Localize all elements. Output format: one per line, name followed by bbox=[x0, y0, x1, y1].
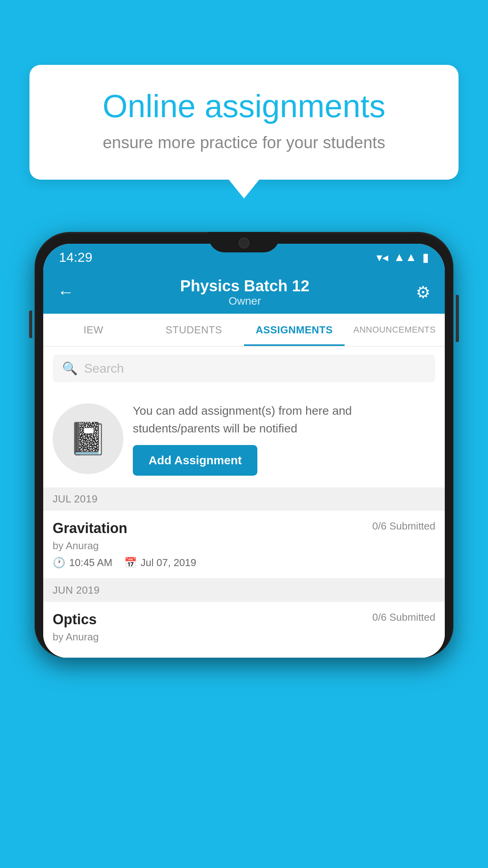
assignment-item-gravitation[interactable]: Gravitation 0/6 Submitted by Anurag 🕐 10… bbox=[43, 511, 445, 579]
search-icon: 🔍 bbox=[62, 361, 78, 376]
bubble-title: Online assignments bbox=[57, 88, 431, 124]
app-bar: ← Physics Batch 12 Owner ⚙ bbox=[43, 270, 445, 314]
assignment-time-value: 10:45 AM bbox=[69, 557, 112, 569]
info-section: 📓 You can add assignment(s) from here an… bbox=[43, 390, 445, 487]
month-separator-jul: JUL 2019 bbox=[43, 487, 445, 511]
search-bar[interactable]: 🔍 Search bbox=[53, 355, 435, 382]
assignment-by-optics: by Anurag bbox=[53, 631, 435, 643]
side-button-left bbox=[29, 311, 32, 338]
calendar-icon: 📅 bbox=[124, 557, 137, 569]
app-bar-title: Physics Batch 12 bbox=[180, 277, 309, 295]
speech-bubble-card: Online assignments ensure more practice … bbox=[29, 65, 459, 180]
tab-iew[interactable]: IEW bbox=[43, 314, 144, 346]
app-bar-subtitle: Owner bbox=[180, 295, 309, 307]
phone-camera bbox=[238, 237, 250, 248]
wifi-icon: ▾◂ bbox=[376, 250, 388, 264]
assignment-by: by Anurag bbox=[53, 540, 435, 552]
info-description: You can add assignment(s) from here and … bbox=[133, 402, 435, 437]
assignment-header-optics: Optics 0/6 Submitted bbox=[53, 611, 435, 628]
assignment-icon-circle: 📓 bbox=[53, 403, 123, 474]
phone-screen: 14:29 ▾◂ ▲▲ ▮ ← Physics Batch 12 Owner ⚙… bbox=[43, 244, 445, 658]
status-icons: ▾◂ ▲▲ ▮ bbox=[376, 250, 429, 264]
settings-button[interactable]: ⚙ bbox=[416, 283, 431, 302]
phone-notch bbox=[209, 232, 279, 252]
side-button-right bbox=[456, 295, 459, 342]
search-container: 🔍 Search bbox=[43, 347, 445, 390]
assignment-submitted-optics: 0/6 Submitted bbox=[372, 611, 435, 623]
assignment-date-value: Jul 07, 2019 bbox=[141, 557, 196, 569]
assignment-title: Gravitation bbox=[53, 520, 127, 537]
tab-students[interactable]: STUDENTS bbox=[144, 314, 244, 346]
signal-icon: ▲▲ bbox=[394, 250, 417, 264]
assignment-item-optics[interactable]: Optics 0/6 Submitted by Anurag bbox=[43, 602, 445, 658]
bubble-subtitle: ensure more practice for your students bbox=[57, 133, 431, 152]
assignment-header: Gravitation 0/6 Submitted bbox=[53, 520, 435, 537]
assignment-time: 🕐 10:45 AM bbox=[53, 557, 112, 569]
month-separator-jun: JUN 2019 bbox=[43, 579, 445, 602]
notebook-icon: 📓 bbox=[68, 420, 108, 457]
assignment-date: 📅 Jul 07, 2019 bbox=[124, 557, 196, 569]
assignment-meta: 🕐 10:45 AM 📅 Jul 07, 2019 bbox=[53, 557, 435, 569]
phone-wrapper: 14:29 ▾◂ ▲▲ ▮ ← Physics Batch 12 Owner ⚙… bbox=[35, 232, 453, 868]
tabs-bar: IEW STUDENTS ASSIGNMENTS ANNOUNCEMENTS bbox=[43, 314, 445, 347]
phone-outer: 14:29 ▾◂ ▲▲ ▮ ← Physics Batch 12 Owner ⚙… bbox=[35, 232, 453, 658]
add-assignment-button[interactable]: Add Assignment bbox=[133, 445, 257, 476]
tab-announcements[interactable]: ANNOUNCEMENTS bbox=[345, 314, 445, 346]
assignment-title-optics: Optics bbox=[53, 611, 97, 628]
clock-icon: 🕐 bbox=[53, 557, 65, 569]
info-text-block: You can add assignment(s) from here and … bbox=[133, 402, 435, 476]
battery-icon: ▮ bbox=[422, 250, 429, 264]
app-bar-center: Physics Batch 12 Owner bbox=[180, 277, 309, 307]
assignment-submitted: 0/6 Submitted bbox=[372, 520, 435, 532]
tab-assignments[interactable]: ASSIGNMENTS bbox=[244, 314, 345, 346]
status-time: 14:29 bbox=[59, 250, 92, 265]
search-placeholder: Search bbox=[84, 361, 124, 376]
back-button[interactable]: ← bbox=[57, 283, 74, 302]
